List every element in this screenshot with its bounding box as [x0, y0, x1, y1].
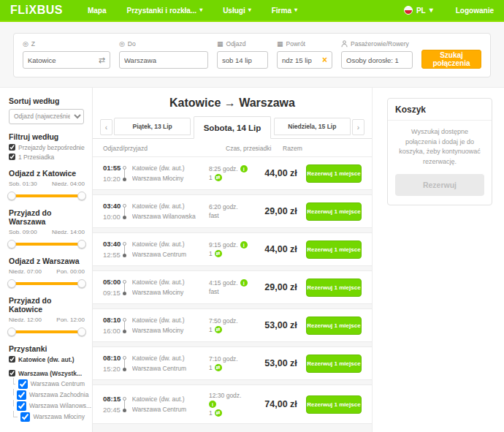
departure-warszawa-slider[interactable] [10, 279, 83, 288]
one-transfer-checkbox[interactable] [9, 154, 15, 160]
from-input[interactable] [28, 56, 96, 64]
trip-price: 74,00 zł [258, 399, 297, 409]
stop-warszawa-mlociny-checkbox[interactable] [20, 412, 30, 422]
slider-handle-max[interactable] [77, 240, 86, 249]
route-line-icon [122, 204, 127, 219]
flixbus-logo[interactable]: FLiXBUS [10, 4, 63, 17]
trip-duration: 7:50 godz. [209, 317, 238, 325]
stop-warszawa-zachodnia-checkbox[interactable] [17, 390, 26, 400]
search-button[interactable]: Szukaj połączenia [421, 50, 481, 69]
transfer-count: 1 [209, 326, 213, 333]
tab-friday[interactable]: Piątek, 13 Lip [114, 118, 191, 135]
info-icon[interactable]: i [240, 165, 248, 173]
arrival-time: 15:20 [103, 365, 122, 373]
stop-katowice-checkbox[interactable] [9, 356, 15, 363]
info-icon[interactable]: i [240, 241, 248, 249]
language-selector[interactable]: PL [416, 7, 426, 15]
main-nav: Mapa Przystanki i rozkła... ▾ Usługi ▾ F… [88, 7, 404, 15]
slider-title-0: Odjazd z Katowice [9, 169, 85, 178]
departure-label: Odjazd [226, 40, 246, 48]
arrival-time: 10:00 [103, 213, 122, 221]
next-day-button[interactable]: › [352, 119, 364, 135]
sort-title: Sortuj według [9, 96, 85, 105]
trip-row: 08:1520:45 Katowice (dw. aut.)Warszawa C… [93, 384, 372, 424]
reserve-button[interactable]: Rezerwuj 1 miejsce [306, 395, 362, 414]
reserve-button[interactable]: Rezerwuj 1 miejsce [306, 317, 362, 335]
departure-date-input[interactable] [222, 56, 263, 64]
stop-warszawa-wilanowska-checkbox[interactable] [17, 401, 26, 411]
trip-duration: 6:20 godz. [209, 203, 238, 211]
departure-time: 08:15 [103, 395, 122, 403]
trip-duration: 7:10 godz. [209, 355, 238, 363]
from-station: Katowice (dw. aut.) [132, 240, 209, 248]
transfer-count: 1 [209, 174, 213, 181]
date-tabs: ‹ Piątek, 13 Lip Sobota, 14 Lip Niedziel… [93, 116, 372, 139]
cart-card: Koszyk Wyszukaj dostępne połączenia i do… [387, 98, 492, 205]
from-station: Katowice (dw. aut.) [132, 164, 209, 172]
chevron-down-icon: ▾ [248, 7, 251, 13]
from-station: Katowice (dw. aut.) [132, 202, 209, 210]
reserve-button[interactable]: Rezerwuj 1 miejsce [306, 164, 362, 183]
slider-handle-min[interactable] [7, 240, 16, 249]
stop-warszawa-centrum-checkbox[interactable] [18, 379, 28, 389]
to-input[interactable] [124, 56, 203, 64]
prev-day-button[interactable]: ‹ [100, 119, 112, 135]
tab-saturday-active[interactable]: Sobota, 14 Lip [194, 116, 270, 139]
arrival-time: 16:00 [103, 327, 122, 335]
transfer-icon[interactable]: ⇄ [215, 364, 222, 371]
departure-katowice-slider[interactable] [10, 192, 83, 200]
from-field-group: ◎ Z ⇄ [23, 39, 110, 69]
tab-sunday[interactable]: Niedziela, 15 Lip [274, 118, 351, 135]
reserve-button[interactable]: Rezerwuj 1 miejsce [306, 355, 362, 373]
reserve-button[interactable]: Rezerwuj 1 miejsce [306, 202, 362, 221]
trip-price: 53,00 zł [258, 320, 297, 330]
swap-direction-icon[interactable]: ⇄ [99, 56, 105, 65]
nav-item-mapa[interactable]: Mapa [88, 7, 107, 15]
return-date-input[interactable] [282, 56, 319, 64]
return-field-group: ▦ Powrót × [277, 39, 332, 69]
nav-item-firma[interactable]: Firma ▾ [272, 7, 297, 15]
trip-row: 01:5510:20 Katowice (dw. aut.)Warszawa M… [93, 156, 372, 190]
stop-warszawa-checkbox[interactable] [9, 370, 15, 376]
return-label: Powrót [286, 40, 305, 48]
nav-item-przystanki[interactable]: Przystanki i rozkła... ▾ [127, 7, 203, 15]
cart-reserve-button[interactable]: Rezerwuj [395, 174, 484, 196]
slider-handle-max[interactable] [77, 327, 86, 336]
calendar-icon: ▦ [217, 41, 224, 48]
stop-katowice-row: Katowice (dw. aut.) [9, 356, 85, 363]
slider-handle-min[interactable] [7, 279, 16, 288]
direct-rides-checkbox[interactable] [9, 144, 15, 151]
chevron-down-icon: ▾ [199, 7, 202, 13]
transfer-icon[interactable]: ⇄ [215, 326, 222, 333]
arrival-warszawa-slider[interactable] [10, 240, 83, 249]
transfer-icon[interactable]: ⇄ [215, 250, 222, 257]
slider-title-2: Odjazd z Warszawa [9, 257, 85, 265]
transfer-icon[interactable]: ⇄ [215, 409, 222, 417]
info-icon[interactable]: i [209, 401, 216, 408]
route-line-icon [122, 242, 127, 257]
from-station: Katowice (dw. aut.) [132, 278, 209, 286]
passengers-input[interactable] [346, 56, 408, 64]
sort-select[interactable]: Odjazd (najwcześniej) [9, 109, 84, 124]
slider-handle-min[interactable] [7, 327, 16, 336]
reserve-button[interactable]: Rezerwuj 1 miejsce [306, 278, 362, 297]
calendar-icon: ▦ [277, 41, 283, 48]
login-link[interactable]: Logowanie [456, 7, 494, 15]
clear-return-icon[interactable]: × [322, 55, 327, 65]
slider-max-label: Pon. 12:00 [56, 317, 85, 323]
slider-handle-max[interactable] [77, 192, 86, 200]
slider-handle-max[interactable] [77, 279, 86, 288]
reserve-button[interactable]: Rezerwuj 1 miejsce [306, 240, 362, 259]
cart-title: Koszyk [388, 99, 492, 121]
to-field-group: ◎ Do [119, 39, 208, 69]
trip-list: 01:5510:20 Katowice (dw. aut.)Warszawa M… [93, 156, 372, 432]
arrival-time: 12:55 [103, 251, 122, 259]
nav-item-uslugi[interactable]: Usługi ▾ [223, 7, 251, 15]
route-line-icon [122, 280, 127, 295]
from-label: Z [31, 40, 35, 48]
slider-handle-min[interactable] [7, 192, 16, 200]
transfer-icon[interactable]: ⇄ [215, 174, 222, 181]
tree-elbow-line [13, 400, 14, 406]
arrival-katowice-slider[interactable] [10, 327, 83, 336]
info-icon[interactable]: i [240, 279, 248, 287]
